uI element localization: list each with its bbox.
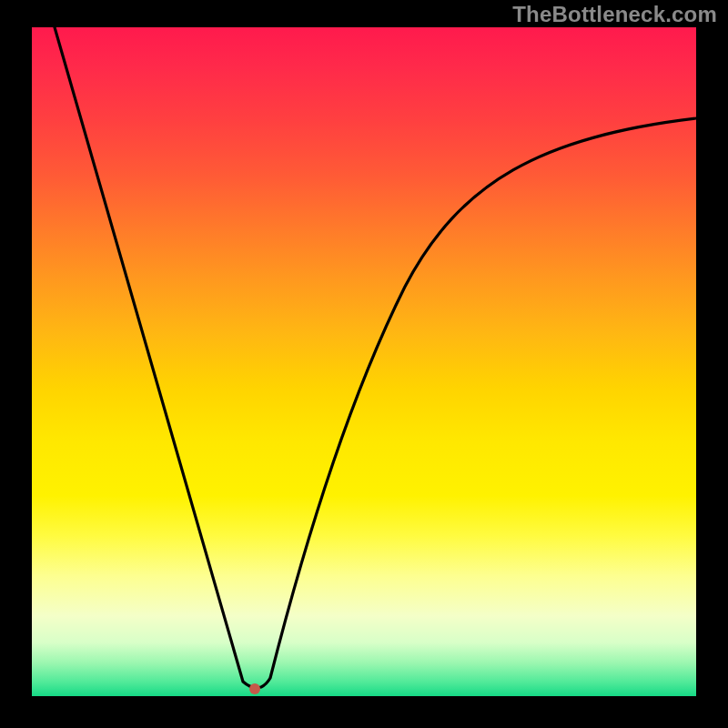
bottleneck-curve — [55, 27, 696, 688]
curve-svg — [32, 27, 696, 696]
watermark-label: TheBottleneck.com — [512, 2, 717, 27]
plot-area — [32, 27, 696, 696]
optimal-point-marker — [249, 683, 260, 694]
chart-container: TheBottleneck.com — [0, 0, 728, 728]
